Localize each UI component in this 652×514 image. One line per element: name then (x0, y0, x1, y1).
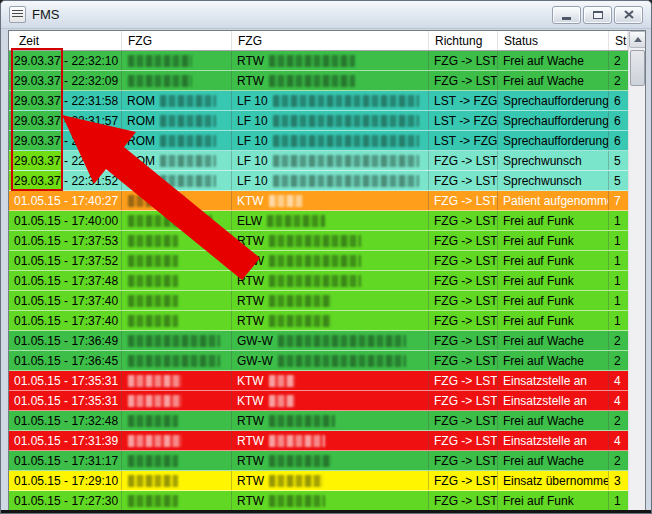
table-row[interactable]: 01.05.15 - 17:35:31KTWFZG -> LSTEinsatzs… (9, 391, 645, 411)
column-header-fzg[interactable]: FZG (232, 31, 429, 50)
table-row[interactable]: 29.03.37 - 22:31:52ROMLF 10FZG -> LSTSpr… (9, 171, 645, 191)
table-row[interactable]: 01.05.15 - 17:37:48RTWFZG -> LSTFrei auf… (9, 271, 645, 291)
table-row[interactable]: 01.05.15 - 17:27:30RTWFZG -> LSTFrei auf… (9, 491, 645, 511)
table-row[interactable]: 29.03.37 - 22:31:56ROMLF 10LST -> FZGSpr… (9, 131, 645, 151)
cell-st: 2 (609, 71, 628, 90)
cell-fzg-callsign (122, 211, 232, 230)
table-row[interactable]: 29.03.37 - 22:31:58ROMLF 10LST -> FZGSpr… (9, 91, 645, 111)
cell-richtung: FZG -> LST (429, 391, 498, 410)
vehicle-type-label: RTW (237, 234, 264, 248)
cell-status: Frei auf Funk (498, 231, 609, 250)
cell-richtung: FZG -> LST (429, 211, 498, 230)
cell-zeit: 01.05.15 - 17:32:48 (9, 411, 122, 430)
table-row[interactable]: 29.03.37 - 22:32:10RTWFZG -> LSTFrei auf… (9, 51, 645, 71)
zeit-text: 29.03.37 - 22:31:56 (14, 134, 118, 148)
redacted-text-block (273, 175, 419, 187)
cell-zeit: 01.05.15 - 17:40:00 (9, 211, 122, 230)
vehicle-type-label: ELW (237, 214, 262, 228)
cell-zeit: 29.03.37 - 22:32:10 (9, 51, 122, 70)
table-row[interactable]: 01.05.15 - 17:37:53RTWFZG -> LSTFrei auf… (9, 231, 645, 251)
cell-zeit: 01.05.15 - 17:37:52 (9, 251, 122, 270)
cell-st: 1 (609, 211, 628, 230)
scroll-up-button[interactable] (629, 31, 646, 48)
cell-richtung: FZG -> LST (429, 251, 498, 270)
cell-status: Sprechaufforderung (498, 111, 609, 130)
cell-fzg-name: RTW (232, 251, 429, 270)
cell-zeit: 01.05.15 - 17:35:31 (9, 391, 122, 410)
table-row[interactable]: 29.03.37 - 22:32:09RTWFZG -> LSTFrei auf… (9, 71, 645, 91)
cell-st: 2 (609, 451, 628, 470)
column-header-status[interactable]: Status (498, 31, 609, 50)
table-row[interactable]: 29.03.37 - 22:31:53ROMLF 10FZG -> LSTSpr… (9, 151, 645, 171)
maximize-icon (593, 11, 603, 19)
cell-fzg-callsign (122, 51, 232, 70)
redacted-text-block (128, 335, 220, 347)
cell-zeit: 01.05.15 - 17:40:27 (9, 191, 122, 210)
table-row[interactable]: 01.05.15 - 17:37:52RTWFZG -> LSTFrei auf… (9, 251, 645, 271)
table-row[interactable]: 01.05.15 - 17:40:00ELWFZG -> LSTFrei auf… (9, 211, 645, 231)
cell-status: Sprechwunsch (498, 151, 609, 170)
redacted-text-block (278, 335, 406, 347)
cell-status: Frei auf Funk (498, 211, 609, 230)
vehicle-type-label: RTW (237, 414, 264, 428)
redacted-text-block (128, 475, 178, 487)
table-row[interactable]: 01.05.15 - 17:40:27KTWFZG -> LSTPatient … (9, 191, 645, 211)
table-row[interactable]: 01.05.15 - 17:36:45GW-WFZG -> LSTFrei au… (9, 351, 645, 371)
cell-st: 2 (609, 411, 628, 430)
column-header-zeit[interactable]: Zeit (9, 31, 122, 50)
redacted-text-block (128, 435, 182, 447)
cell-fzg-callsign (122, 291, 232, 310)
table-row[interactable]: 01.05.15 - 17:29:10RTWFZG -> LSTEinsatz … (9, 471, 645, 491)
cell-st: 5 (609, 171, 628, 190)
redacted-text-block (128, 355, 220, 367)
column-header-st[interactable]: St (609, 31, 628, 50)
cell-status: Einsatzstelle an (498, 371, 609, 390)
table-row[interactable]: 01.05.15 - 17:36:49GW-WFZG -> LSTFrei au… (9, 331, 645, 351)
redacted-text-block (278, 355, 406, 367)
redacted-text-block (269, 255, 361, 267)
cell-fzg-name: RTW (232, 51, 429, 70)
table-row[interactable]: 01.05.15 - 17:37:40RTWFZG -> LSTFrei auf… (9, 291, 645, 311)
cell-richtung: LST -> FZG (429, 111, 498, 130)
vehicle-type-label: RTW (237, 294, 264, 308)
redacted-text-block (128, 455, 178, 467)
table-row[interactable]: 01.05.15 - 17:32:48RTWFZG -> LSTFrei auf… (9, 411, 645, 431)
cell-richtung: FZG -> LST (429, 231, 498, 250)
minimize-button[interactable] (552, 6, 581, 24)
redacted-text-block (273, 115, 419, 127)
cell-zeit: 29.03.37 - 22:31:56 (9, 131, 122, 150)
cell-zeit: 01.05.15 - 17:29:10 (9, 471, 122, 490)
redacted-text-block (269, 475, 323, 487)
redacted-text-block (273, 95, 419, 107)
redacted-text-block (269, 275, 361, 287)
cell-st: 4 (609, 391, 628, 410)
redacted-text-block (128, 195, 184, 207)
cell-zeit: 01.05.15 - 17:36:49 (9, 331, 122, 350)
redacted-text-block (128, 495, 178, 507)
scrollbar-thumb[interactable] (630, 50, 645, 86)
cell-st: 6 (609, 111, 628, 130)
close-button[interactable] (614, 6, 643, 24)
vertical-scrollbar[interactable] (628, 31, 645, 510)
table-row[interactable]: 01.05.15 - 17:31:39RTWFZG -> LSTEinsatzs… (9, 431, 645, 451)
table-row[interactable]: 01.05.15 - 17:35:31KTWFZG -> LSTEinsatzs… (9, 371, 645, 391)
cell-zeit: 01.05.15 - 17:37:53 (9, 231, 122, 250)
redacted-text-block (128, 235, 178, 247)
cell-st: 2 (609, 331, 628, 350)
cell-st: 4 (609, 431, 628, 450)
cell-st: 2 (609, 351, 628, 370)
column-header-richtung[interactable]: Richtung (429, 31, 498, 50)
table-row[interactable]: 01.05.15 - 17:31:17RTWFZG -> LSTFrei auf… (9, 451, 645, 471)
cell-st: 6 (609, 131, 628, 150)
table-row[interactable]: 01.05.15 - 17:37:40RTWFZG -> LSTFrei auf… (9, 311, 645, 331)
column-header-fzg[interactable]: FZG (122, 31, 232, 50)
titlebar[interactable]: FMS (1, 1, 651, 29)
table-row[interactable]: 29.03.37 - 22:31:57ROMLF 10LST -> FZGSpr… (9, 111, 645, 131)
vehicle-type-label: LF 10 (237, 154, 268, 168)
cell-fzg-callsign (122, 191, 232, 210)
cell-fzg-name: RTW (232, 231, 429, 250)
cell-fzg-callsign: ROM (122, 91, 232, 110)
cell-status: Frei auf Wache (498, 451, 609, 470)
vehicle-type-label: RTW (237, 254, 264, 268)
maximize-button[interactable] (583, 6, 612, 24)
